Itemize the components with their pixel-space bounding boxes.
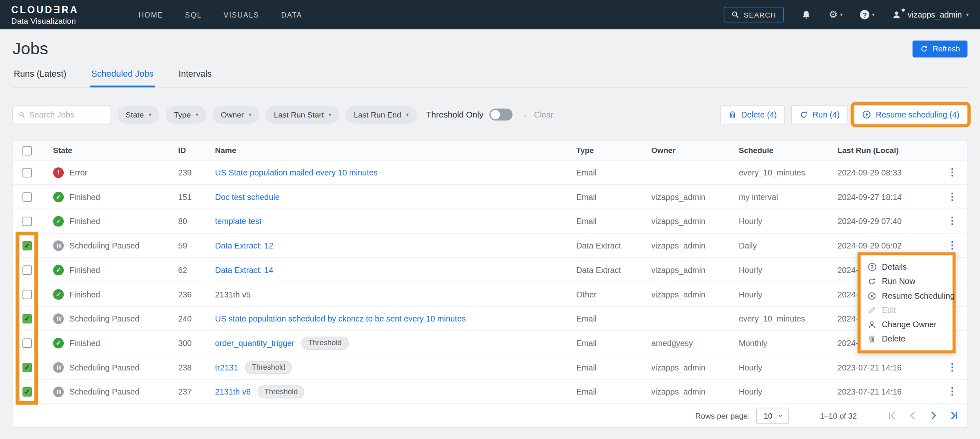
resume-label: Resume scheduling (4) [876, 110, 960, 119]
job-last-run: 2024-09-29 05:02 [837, 241, 938, 250]
menu-item-run-now[interactable]: Run Now [861, 274, 953, 288]
row-context-menu: ?DetailsRun NowResume SchedulingEditChan… [858, 252, 956, 353]
column-header-schedule[interactable]: Schedule [739, 146, 837, 155]
row-checkbox[interactable]: ✓ [22, 387, 32, 396]
user-menu-button[interactable]: ✱ vizapps_admin ▾ [892, 10, 969, 19]
column-header-type[interactable]: Type [576, 146, 651, 155]
rows-per-page-select[interactable]: 10 [756, 408, 789, 424]
filter-dropdown-type[interactable]: Type▾ [166, 106, 207, 123]
job-last-run: 2024-09-27 18:14 [837, 192, 938, 202]
refresh-icon [800, 110, 808, 119]
job-name-link[interactable]: Data Extract: 12 [215, 241, 274, 250]
job-name-link[interactable]: US State population mailed every 10 minu… [215, 168, 378, 177]
menu-item-delete[interactable]: Delete [861, 332, 953, 346]
row-checkbox[interactable] [22, 216, 32, 226]
row-actions-kebab-icon[interactable]: ⋮ [947, 216, 957, 226]
job-type: Email [576, 363, 651, 372]
filter-bar: State▾Type▾Owner▾Last Run Start▾Last Run… [13, 105, 968, 124]
global-search-button[interactable]: SEARCH [724, 7, 784, 22]
column-header-state[interactable]: State [53, 146, 178, 155]
row-checkbox[interactable] [22, 289, 32, 299]
run-selected-button[interactable]: Run (4) [791, 105, 848, 124]
job-name-link: 2131th v5 [215, 289, 251, 299]
threshold-only-toggle[interactable] [490, 109, 513, 120]
row-checkbox[interactable] [22, 265, 32, 275]
chevron-down-icon: ▾ [329, 112, 331, 118]
filter-dropdown-owner[interactable]: Owner▾ [213, 106, 260, 123]
row-actions-kebab-icon[interactable]: ⋮ [947, 167, 957, 177]
notifications-button[interactable] [801, 10, 811, 20]
job-schedule: Hourly [739, 216, 837, 226]
resume-scheduling-button[interactable]: Resume scheduling (4) [854, 105, 967, 124]
menu-item-details[interactable]: ?Details [861, 260, 953, 274]
nav-item-visuals[interactable]: VISUALS [224, 11, 259, 18]
state-label: Finished [69, 216, 100, 226]
job-type: Data Extract [576, 265, 651, 275]
error-state-icon: ! [53, 167, 64, 177]
question-circle-icon: ? [867, 263, 876, 271]
job-name-link[interactable]: Doc test schedule [215, 192, 280, 202]
next-page-icon[interactable] [928, 410, 939, 421]
row-actions-kebab-icon[interactable]: ⋮ [947, 240, 957, 250]
row-checkbox[interactable]: ✓ [22, 363, 32, 372]
search-jobs-field[interactable] [13, 105, 111, 124]
filter-dropdown-last-run-start[interactable]: Last Run Start▾ [266, 106, 339, 123]
state-label: Scheduling Paused [69, 241, 139, 250]
job-schedule: Monthly [739, 338, 837, 348]
row-actions-kebab-icon[interactable]: ⋮ [947, 192, 957, 202]
column-header-id[interactable]: ID [178, 146, 215, 155]
tab-runs-latest-[interactable]: Runs (Latest) [13, 69, 68, 87]
row-actions-kebab-icon[interactable]: ⋮ [947, 386, 957, 396]
column-header-last-run[interactable]: Last Run (Local) [837, 146, 938, 155]
bell-icon [801, 10, 811, 20]
filter-dropdown-state[interactable]: State▾ [118, 106, 160, 123]
job-name-link[interactable]: tr2131 [215, 363, 238, 372]
nav-item-sql[interactable]: SQL [185, 11, 202, 18]
column-header-owner[interactable]: Owner [651, 146, 739, 155]
paused-state-icon [53, 313, 64, 324]
column-header-name[interactable]: Name [215, 146, 577, 155]
row-checkbox[interactable] [22, 338, 32, 348]
row-checkbox[interactable] [22, 192, 32, 202]
refresh-button[interactable]: Refresh [913, 40, 967, 57]
search-jobs-input[interactable] [29, 110, 105, 119]
clear-filters-link[interactable]: ← Clear [523, 110, 553, 119]
delete-selected-button[interactable]: Delete (4) [720, 105, 785, 124]
row-actions-kebab-icon[interactable]: ⋮ [947, 362, 957, 372]
row-checkbox[interactable] [22, 168, 32, 177]
nav-item-data[interactable]: DATA [281, 11, 302, 18]
filter-dropdown-last-run-end[interactable]: Last Run End▾ [346, 106, 417, 123]
table-row: ✓ Finished 80 template test Email vizapp… [13, 209, 967, 234]
menu-item-change-owner[interactable]: Change Owner [861, 317, 953, 332]
job-name-link[interactable]: order_quantity_trigger [215, 338, 295, 348]
job-id: 240 [178, 314, 215, 323]
filter-label: Last Run Start [274, 110, 324, 119]
table-row: ✓ Finished 151 Doc test schedule Email v… [13, 185, 967, 209]
help-icon: ? [860, 10, 870, 19]
job-owner: vizapps_admin [651, 192, 739, 202]
row-checkbox[interactable]: ✓ [22, 241, 32, 250]
cloudera-logo: CLOUDƎRA Data Visualization [11, 5, 79, 25]
left-arrow-icon: ← [523, 110, 531, 119]
chevron-down-icon: ▾ [149, 112, 151, 118]
select-all-checkbox[interactable] [22, 146, 32, 155]
settings-menu-button[interactable]: ⚙ ▾ [829, 9, 842, 20]
tab-scheduled-jobs[interactable]: Scheduled Jobs [90, 69, 155, 87]
chevron-down-icon: ▾ [406, 112, 409, 118]
menu-item-resume-scheduling[interactable]: Resume Scheduling [861, 288, 953, 303]
row-checkbox[interactable]: ✓ [22, 314, 32, 323]
threshold-only-label: Threshold Only [426, 110, 483, 119]
job-schedule: Daily [739, 241, 837, 250]
job-name-link[interactable]: template test [215, 216, 262, 226]
job-name-link[interactable]: US state population scheduled by ckoncz … [215, 314, 466, 323]
nav-item-home[interactable]: HOME [139, 11, 163, 18]
job-owner: vizapps_admin [651, 216, 739, 226]
job-name-link[interactable]: Data Extract: 14 [215, 265, 274, 275]
tab-intervals[interactable]: Intervals [177, 69, 213, 87]
chevron-down-icon: ▾ [872, 12, 875, 18]
table-row: ✓ Scheduling Paused 59 Data Extract: 12 … [13, 233, 967, 258]
job-name-link[interactable]: 2131th v6 [215, 387, 251, 396]
prev-page-icon [907, 410, 918, 421]
last-page-icon[interactable] [949, 410, 959, 421]
help-menu-button[interactable]: ? ▾ [860, 10, 875, 19]
